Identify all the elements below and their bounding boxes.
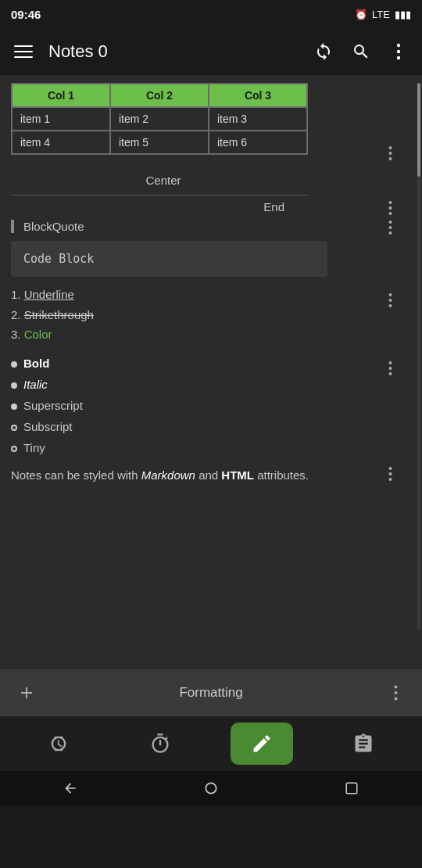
nav-watch-button[interactable] [27, 723, 90, 765]
markdown-note: Notes can be styled with Markdown and HT… [11, 466, 316, 485]
menu-button[interactable] [8, 36, 39, 67]
alarm-icon: ⏰ [355, 9, 367, 20]
svg-point-23 [388, 478, 392, 481]
svg-point-3 [397, 44, 400, 47]
top-nav: Notes 0 [0, 28, 422, 75]
bullet-item: Bold [11, 353, 316, 374]
blockquote-more-button[interactable] [378, 220, 402, 235]
table-header-col1: Col 1 [12, 84, 110, 107]
svg-point-4 [397, 50, 400, 53]
bullet-item: Tiny [11, 437, 316, 458]
android-nav [0, 771, 422, 805]
code-block-text: Code Block [11, 241, 327, 277]
status-time: 09:46 [11, 8, 41, 21]
list-item: 1. Underline [11, 285, 316, 305]
code-block-wrapper: Code Block [11, 241, 411, 277]
markdown-middle: and [195, 468, 221, 482]
format-add-button[interactable] [11, 677, 42, 708]
blockquote-text: BlockQuote [11, 220, 316, 233]
bullet-dot [11, 382, 17, 389]
svg-rect-28 [346, 783, 357, 794]
svg-point-21 [388, 467, 392, 470]
table-header-col2: Col 2 [110, 84, 209, 107]
svg-point-12 [388, 221, 392, 224]
bullet-more-button[interactable] [378, 360, 402, 376]
bullet-text: Bold [23, 353, 49, 374]
nav-edit-button[interactable] [231, 723, 293, 765]
scrollbar-thumb[interactable] [417, 83, 420, 177]
svg-rect-0 [14, 45, 33, 47]
page-title: Notes 0 [45, 41, 302, 62]
end-more-button[interactable] [378, 200, 402, 216]
nav-timer-button[interactable] [129, 723, 191, 765]
markdown-more-button[interactable] [378, 466, 402, 482]
svg-point-19 [388, 367, 392, 370]
table-row: item 4 item 5 item 6 [12, 131, 307, 154]
nav-clipboard-button[interactable] [332, 723, 395, 765]
main-content: Col 1 Col 2 Col 3 item 1 item 2 item 3 i… [0, 75, 422, 716]
markdown-suffix: attributes. [254, 468, 309, 482]
svg-point-27 [206, 783, 216, 793]
formatting-bar: Formatting [0, 669, 422, 716]
list-item-text: Underline [24, 288, 74, 301]
sync-button[interactable] [308, 36, 339, 67]
markdown-italic: Markdown [141, 468, 195, 482]
back-button[interactable] [56, 774, 84, 802]
blockquote-block: BlockQuote [11, 220, 411, 233]
end-text: End [11, 200, 316, 213]
svg-point-5 [397, 56, 400, 59]
svg-point-16 [388, 299, 392, 302]
list-more-button[interactable] [378, 292, 402, 308]
svg-point-14 [388, 231, 392, 235]
svg-point-13 [388, 226, 392, 229]
home-button[interactable] [197, 774, 225, 802]
recents-button[interactable] [338, 774, 366, 802]
status-icons: ⏰ LTE ▮▮▮ [355, 9, 411, 20]
svg-point-25 [394, 691, 397, 694]
svg-rect-2 [14, 56, 33, 58]
bullet-dot [11, 425, 17, 431]
battery-icon: ▮▮▮ [395, 9, 411, 20]
svg-point-18 [388, 361, 392, 364]
svg-point-17 [388, 304, 392, 307]
bottom-nav [0, 716, 422, 771]
ordered-list-block: 1. Underline 2. Strikethrough 3. Color [11, 285, 411, 345]
bullet-item: Subscript [11, 416, 316, 437]
svg-point-9 [388, 201, 392, 204]
ordered-list: 1. Underline 2. Strikethrough 3. Color [11, 285, 316, 345]
bullet-dot [11, 446, 17, 452]
center-text-block: Center [11, 166, 316, 190]
bullet-list-block: Bold Italic Superscript Subscript Tiny [11, 353, 411, 458]
search-button[interactable] [345, 36, 377, 67]
table-cell: item 2 [110, 107, 209, 131]
bullet-list: Bold Italic Superscript Subscript Tiny [11, 353, 316, 458]
table-header-col3: Col 3 [209, 84, 307, 107]
table-cell: item 5 [110, 131, 209, 154]
svg-point-7 [388, 152, 392, 155]
list-item-text: Color [24, 328, 52, 341]
svg-point-15 [388, 293, 392, 296]
svg-point-11 [388, 212, 392, 215]
formatting-title: Formatting [42, 685, 380, 701]
scrollbar[interactable] [417, 83, 420, 630]
bullet-text: Subscript [23, 416, 73, 437]
table-more-button[interactable] [378, 145, 402, 161]
svg-point-10 [388, 206, 392, 210]
markdown-note-block: Notes can be styled with Markdown and HT… [11, 466, 411, 485]
note-table: Col 1 Col 2 Col 3 item 1 item 2 item 3 i… [11, 83, 308, 155]
svg-point-20 [388, 372, 392, 375]
svg-point-22 [388, 472, 392, 475]
svg-point-8 [388, 157, 392, 160]
bullet-item: Italic [11, 374, 316, 395]
overflow-menu-button[interactable] [383, 36, 414, 67]
format-more-button[interactable] [380, 677, 411, 708]
status-bar: 09:46 ⏰ LTE ▮▮▮ [0, 0, 422, 28]
table-cell: item 3 [209, 107, 307, 131]
svg-point-6 [388, 146, 392, 149]
markdown-bold: HTML [221, 468, 254, 482]
svg-point-24 [394, 686, 397, 689]
list-item: 3. Color [11, 325, 316, 345]
table-cell: item 1 [12, 107, 110, 131]
table-cell: item 6 [209, 131, 307, 154]
bullet-text: Italic [23, 374, 48, 395]
